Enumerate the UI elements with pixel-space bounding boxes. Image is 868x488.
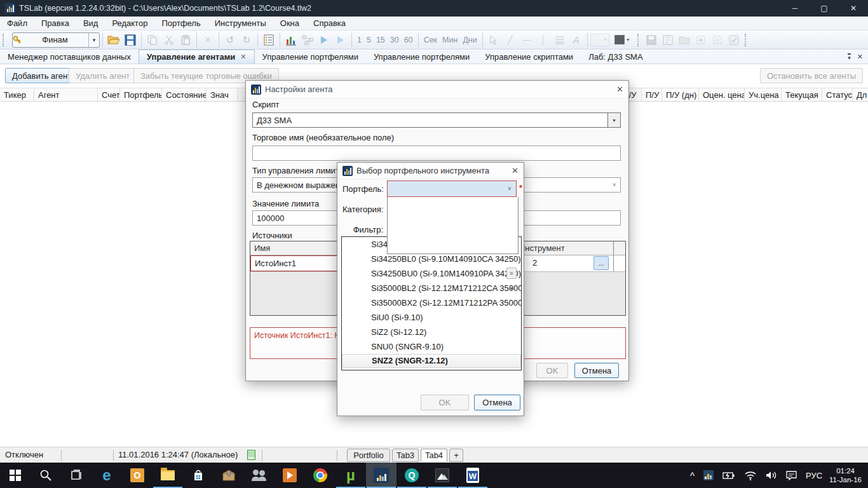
instrument-item[interactable]: Si35000BX2 (Si-12.12M171212PA 35000) [342,295,521,310]
color-dropdown-icon[interactable]: ▾ [627,37,629,43]
instrument-item[interactable]: SNU0 (SNGR-9.10) [342,339,521,354]
select-region-icon[interactable] [693,32,709,48]
photos-app-icon[interactable] [427,463,458,488]
col-pl-day[interactable]: П/У (дн) [662,88,699,101]
undo-icon[interactable]: ↺ [222,32,238,48]
col-portfolio[interactable]: Портфель [120,88,162,101]
menu-view[interactable]: Вид [76,18,105,28]
volume-icon[interactable] [761,463,782,488]
text-tool-icon[interactable]: A [569,32,584,48]
word-icon[interactable]: W [458,463,488,488]
col-state[interactable]: Состояние [162,88,207,101]
save-layout-icon[interactable] [644,32,659,48]
script-dropdown-icon[interactable]: ▾ [607,113,620,127]
browse-instrument-button[interactable]: ... [593,256,609,270]
redo-icon[interactable]: ↻ [239,32,254,48]
hline-tool-icon[interactable]: — [519,32,534,48]
tslab-taskbar-icon[interactable] [366,463,397,488]
col-current[interactable]: Текущая [782,88,822,101]
menu-file[interactable]: Файл [0,18,34,28]
toolbox-app-icon[interactable] [214,463,244,488]
provider-combobox[interactable]: Финам ▾ [12,32,100,48]
menu-help[interactable]: Справка [306,18,353,28]
worksheet-tab-4[interactable]: Tab4 [421,449,447,462]
col-long[interactable]: Дл [853,88,868,101]
instrument-cancel-button[interactable]: Отмена [474,395,520,410]
tab-list-icon[interactable]: ▾ [848,53,851,60]
instrument-list[interactable]: Si3400 Si34250BL0 (Si-9.10M140910CA 3425… [341,236,522,370]
tab-close-icon[interactable]: ✕ [240,53,246,61]
col-pl[interactable]: П/У [642,88,662,101]
scrollbar-down-icon[interactable]: ▾ [506,283,517,294]
period-sec[interactable]: Сек [421,36,440,44]
menu-windows[interactable]: Окна [273,18,306,28]
settings-close-icon[interactable]: ✕ [616,85,623,94]
outlook-icon[interactable]: O [122,463,153,488]
start-button[interactable] [0,463,31,488]
script-combobox[interactable]: Д33 SMA ▾ [252,112,621,128]
menu-tools[interactable]: Инструменты [208,18,273,28]
col-agent[interactable]: Агент [34,88,98,101]
interval-15[interactable]: 15 [374,36,388,44]
save-icon[interactable] [123,32,138,48]
col-est-price[interactable]: Оцен. цена [699,88,745,101]
interval-60[interactable]: 60 [402,36,416,44]
edge-icon[interactable]: e [92,463,122,488]
col-status[interactable]: Статус [822,88,853,101]
select-region2-icon[interactable] [710,32,725,48]
tab-portfolios-1[interactable]: Управление портфелями [255,50,366,64]
run-icon[interactable] [316,32,332,48]
delete-icon[interactable]: × [200,32,215,48]
close-icon[interactable]: ✕ [839,0,868,17]
minimize-icon[interactable]: ─ [780,0,810,17]
interval-1[interactable]: 1 [355,36,364,44]
add-agent-button[interactable]: Добавить агент [5,68,78,83]
worksheet-tab-portfolio[interactable]: Portfolio [347,449,390,462]
instrument-ok-button[interactable]: OK [421,395,469,410]
cursor-tool-icon[interactable] [486,32,501,48]
col-acc-price[interactable]: Уч.цена [745,88,782,101]
trend-line-tool-icon[interactable]: ╱ [503,32,518,48]
copy-icon[interactable] [145,32,160,48]
menu-editor[interactable]: Редактор [105,18,154,28]
paste-icon[interactable] [178,32,193,48]
scrollbar-thumb[interactable]: ≡ [506,268,517,279]
vline-tool-icon[interactable]: │ [536,32,551,48]
instrument-item[interactable]: SiU0 (Si-9.10) [342,310,521,325]
windows-store-icon[interactable] [183,463,214,488]
script-properties-icon[interactable] [261,32,276,48]
utorrent-icon[interactable]: µ [336,463,366,488]
period-min[interactable]: Мин [440,36,460,44]
instrument-item[interactable]: Si34250BU0 (Si-9.10M140910PA 34250) [342,266,521,281]
language-indicator[interactable]: РУС [801,463,827,488]
media-player-icon[interactable] [275,463,305,488]
run-step-icon[interactable] [333,32,348,48]
tab-scripts[interactable]: Управление скриптами [477,50,581,64]
instrument-close-icon[interactable]: ✕ [512,166,519,175]
search-icon[interactable] [31,463,61,488]
cut-icon[interactable] [161,32,177,48]
portfolio-combobox[interactable]: ˅ [387,180,517,197]
people-app-icon[interactable] [244,463,275,488]
col-source-name[interactable]: Имя [254,243,270,253]
menu-edit[interactable]: Правка [34,18,76,28]
tab-portfolios-2[interactable]: Управление портфелями [366,50,477,64]
worksheet-tab-3[interactable]: Tab3 [392,449,419,462]
file-explorer-icon[interactable] [153,463,183,488]
interval-30[interactable]: 30 [388,36,402,44]
color-picker[interactable]: ▾ [610,32,634,48]
menu-portfolio[interactable]: Портфель [154,18,207,28]
tab-agents[interactable]: Управление агентами✕ [139,50,255,64]
source-instrument-cell[interactable]: 2 [532,258,537,268]
tabbar-close-icon[interactable]: ✕ [857,53,863,61]
chart-icon[interactable] [283,32,299,48]
period-day[interactable]: Дни [460,36,479,44]
chrome-icon[interactable] [305,463,336,488]
task-view-icon[interactable] [61,463,92,488]
hotkeys-icon[interactable] [660,32,675,48]
wifi-icon[interactable] [740,463,761,488]
maximize-icon[interactable]: ▢ [810,0,839,17]
interval-5[interactable]: 5 [364,36,374,44]
script-graph-icon[interactable] [300,32,315,48]
instrument-item[interactable]: SiZ2 (Si-12.12) [342,325,521,339]
